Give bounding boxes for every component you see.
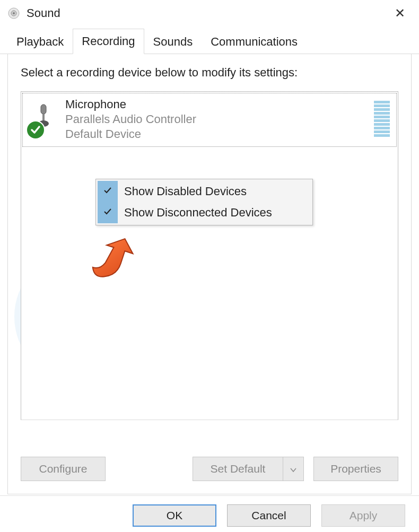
- menu-item-label: Show Disabled Devices: [118, 185, 247, 198]
- tab-strip: Playback Recording Sounds Communications: [0, 27, 419, 54]
- tab-recording[interactable]: Recording: [73, 29, 144, 54]
- properties-button[interactable]: Properties: [313, 457, 398, 481]
- dialog-footer: OK Cancel Apply: [0, 495, 419, 532]
- device-text: Microphone Parallels Audio Controller De…: [65, 98, 196, 141]
- svg-rect-3: [41, 104, 46, 114]
- level-meter: [374, 99, 390, 137]
- menu-item-label: Show Disconnected Devices: [118, 206, 272, 220]
- device-name: Microphone: [65, 98, 196, 111]
- tab-sounds[interactable]: Sounds: [144, 29, 202, 54]
- close-icon: ✕: [395, 6, 405, 21]
- context-menu: Show Disabled Devices Show Disconnected …: [95, 179, 313, 225]
- menu-show-disconnected[interactable]: Show Disconnected Devices: [98, 202, 311, 223]
- sound-icon: [7, 7, 20, 20]
- menu-check-col: [98, 181, 118, 202]
- check-icon: [103, 206, 112, 220]
- set-default-dropdown[interactable]: [283, 457, 304, 481]
- device-icon-wrap: [27, 100, 61, 138]
- window-title: Sound: [27, 6, 388, 20]
- menu-show-disabled[interactable]: Show Disabled Devices: [98, 181, 311, 202]
- configure-button[interactable]: Configure: [21, 457, 106, 481]
- device-status: Default Device: [65, 127, 196, 141]
- titlebar: Sound ✕: [0, 0, 419, 27]
- close-button[interactable]: ✕: [388, 2, 412, 25]
- svg-rect-4: [42, 114, 45, 121]
- chevron-down-icon: [290, 463, 297, 475]
- instruction-text: Select a recording device below to modif…: [21, 66, 398, 80]
- apply-button[interactable]: Apply: [321, 504, 405, 527]
- svg-point-2: [13, 12, 15, 14]
- device-item-microphone[interactable]: Microphone Parallels Audio Controller De…: [22, 93, 397, 147]
- cancel-button[interactable]: Cancel: [227, 504, 311, 527]
- check-icon: [103, 185, 112, 198]
- device-controller: Parallels Audio Controller: [65, 112, 196, 126]
- menu-check-col: [98, 202, 118, 223]
- default-check-icon: [26, 120, 45, 139]
- ok-button[interactable]: OK: [133, 504, 216, 527]
- set-default-group: Set Default: [193, 457, 304, 481]
- tab-communications[interactable]: Communications: [202, 29, 307, 54]
- arrow-annotation: [89, 232, 137, 287]
- device-list[interactable]: Microphone Parallels Audio Controller De…: [21, 91, 398, 420]
- tab-content-recording: pcrisk.com Select a recording device bel…: [7, 54, 412, 494]
- button-row: Configure Set Default Properties: [21, 457, 398, 481]
- tab-playback[interactable]: Playback: [7, 29, 73, 54]
- set-default-button[interactable]: Set Default: [193, 457, 283, 481]
